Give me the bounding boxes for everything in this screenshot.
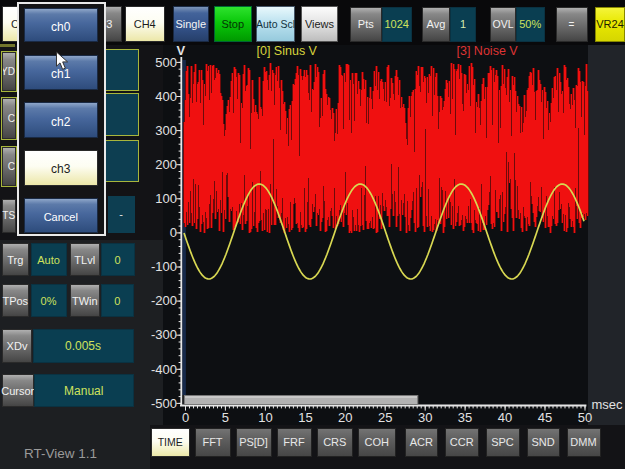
svg-text:10: 10 [258,410,272,425]
svg-text:45: 45 [538,410,552,425]
svg-text:500: 500 [155,55,177,70]
svg-text:-200: -200 [151,293,177,308]
svg-text:40: 40 [498,410,512,425]
svg-text:-100: -100 [151,259,177,274]
svg-text:400: 400 [155,89,177,104]
svg-text:50: 50 [578,410,592,425]
svg-text:100: 100 [155,191,177,206]
svg-text:0: 0 [170,225,177,240]
svg-text:[0] Sinus V: [0] Sinus V [257,44,318,58]
svg-text:-400: -400 [151,362,177,377]
svg-text:-300: -300 [151,327,177,342]
svg-text:200: 200 [155,157,177,172]
svg-text:-500: -500 [151,396,177,411]
svg-text:V: V [176,43,185,58]
svg-text:5: 5 [222,410,229,425]
svg-text:30: 30 [418,410,432,425]
svg-text:0: 0 [182,410,189,425]
svg-text:20: 20 [338,410,352,425]
svg-text:25: 25 [378,410,392,425]
svg-text:35: 35 [458,410,472,425]
svg-text:msec: msec [592,397,624,412]
svg-text:[3] Noise V: [3] Noise V [457,44,519,58]
svg-text:15: 15 [298,410,312,425]
svg-text:300: 300 [155,123,177,138]
